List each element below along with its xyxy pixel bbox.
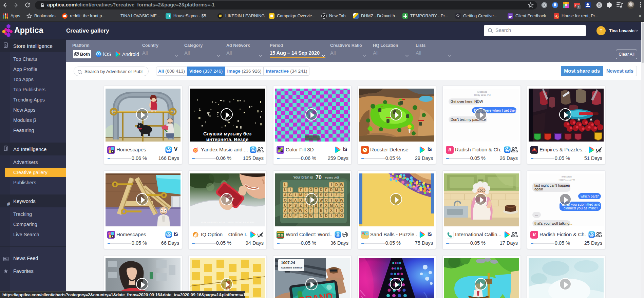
svg-text:F: F — [325, 188, 327, 192]
svg-text:years old!: years old! — [325, 175, 339, 179]
svg-text:Z: Z — [300, 203, 302, 207]
svg-text:D: D — [320, 188, 323, 192]
svg-text:R: R — [289, 208, 292, 212]
svg-text:RISK WARNING: YOUR CAPITAL MIG: RISK WARNING: YOUR CAPITAL MIGHT BE AT R… — [201, 221, 255, 224]
svg-text:I: I — [331, 183, 332, 187]
svg-text:...: ... — [535, 212, 538, 217]
svg-text:G: G — [340, 208, 343, 212]
svg-text:which part?: which part? — [580, 194, 599, 198]
svg-text:A: A — [294, 198, 297, 202]
svg-text:H: H — [304, 203, 307, 207]
svg-text:M: M — [299, 193, 302, 197]
svg-text:W: W — [278, 234, 280, 236]
svg-text:N: N — [289, 198, 292, 202]
svg-text:W: W — [309, 213, 312, 218]
svg-text:I: I — [331, 193, 332, 197]
svg-text:U: U — [284, 188, 287, 192]
svg-text:G: G — [289, 193, 292, 197]
svg-text:C: C — [340, 203, 343, 207]
svg-text:E: E — [340, 193, 343, 197]
svg-text:D: D — [325, 193, 328, 197]
svg-text:F: F — [295, 213, 297, 218]
svg-text:I: I — [295, 193, 296, 197]
svg-text:D: D — [299, 198, 302, 202]
svg-text:W: W — [319, 198, 323, 202]
svg-text:again: again — [534, 187, 543, 191]
svg-text:H: H — [335, 213, 338, 218]
svg-text:D: D — [325, 213, 328, 218]
svg-text:T: T — [300, 188, 302, 192]
svg-text:R: R — [330, 188, 333, 192]
svg-text:iMessage: iMessage — [477, 91, 487, 93]
svg-text:I: I — [305, 188, 306, 192]
svg-text:T: T — [325, 208, 327, 212]
svg-text:T: T — [310, 208, 312, 212]
svg-text:N: N — [320, 213, 323, 218]
svg-text:W: W — [340, 198, 343, 202]
svg-text:интернета. Везде: интернета. Везде — [206, 137, 249, 142]
svg-text:D: D — [335, 183, 338, 187]
svg-text:I: I — [331, 213, 332, 218]
svg-text:X: X — [325, 203, 327, 207]
svg-text:E: E — [320, 208, 322, 212]
svg-text:S: S — [294, 203, 297, 207]
svg-text:U: U — [289, 213, 292, 218]
svg-text:W: W — [340, 183, 343, 187]
svg-text:K: K — [304, 208, 307, 212]
svg-text:Слушай музыку без: Слушай музыку без — [203, 131, 251, 136]
svg-text:O: O — [325, 198, 327, 202]
svg-text:I: I — [290, 188, 291, 192]
svg-text:K: K — [320, 203, 323, 207]
svg-text:A: A — [335, 203, 338, 207]
svg-text:A: A — [284, 213, 287, 218]
svg-text:claimed you as mine?: claimed you as mine? — [564, 206, 598, 210]
svg-text:Today 11:11 PM: Today 11:11 PM — [474, 94, 491, 96]
svg-text:C: C — [281, 234, 283, 236]
svg-text:O: O — [284, 198, 287, 202]
svg-text:P: P — [289, 203, 291, 207]
svg-text:O: O — [309, 188, 312, 192]
svg-text:70: 70 — [316, 174, 322, 180]
svg-text:G: G — [335, 198, 338, 202]
svg-text:I: I — [336, 208, 337, 212]
svg-text:Available Balance: Available Balance — [281, 266, 303, 269]
svg-text:I: I — [316, 213, 317, 218]
svg-text:T: T — [315, 188, 317, 192]
svg-text:G: G — [304, 213, 307, 218]
svg-text:W: W — [299, 208, 302, 212]
svg-text:L: L — [284, 183, 286, 187]
svg-text:M: M — [335, 188, 338, 192]
svg-text:Today 11:11 PM: Today 11:11 PM — [558, 179, 575, 181]
svg-text:A: A — [340, 188, 343, 192]
svg-text:O: O — [294, 208, 297, 212]
svg-text:L: L — [300, 213, 302, 218]
svg-text:T: T — [330, 198, 333, 202]
svg-text:that's your wolf talking...: that's your wolf talking... — [534, 221, 572, 225]
svg-text:Z: Z — [335, 193, 338, 197]
svg-text:last night can't happen: last night can't happen — [534, 183, 570, 187]
svg-text:iMessage: iMessage — [562, 175, 572, 178]
svg-text:Your brain is: Your brain is — [293, 175, 313, 179]
svg-text:A: A — [284, 193, 287, 197]
svg-text:Get over here. NOW: Get over here. NOW — [451, 99, 483, 104]
svg-text:O: O — [340, 213, 343, 218]
svg-text:1007.24: 1007.24 — [281, 261, 295, 265]
svg-text:I: I — [316, 208, 317, 212]
svg-text:X: X — [330, 208, 333, 212]
svg-text:M: M — [330, 203, 333, 207]
svg-text:S: S — [320, 193, 322, 197]
svg-text:U: U — [284, 203, 287, 207]
svg-text:A: A — [284, 208, 287, 212]
